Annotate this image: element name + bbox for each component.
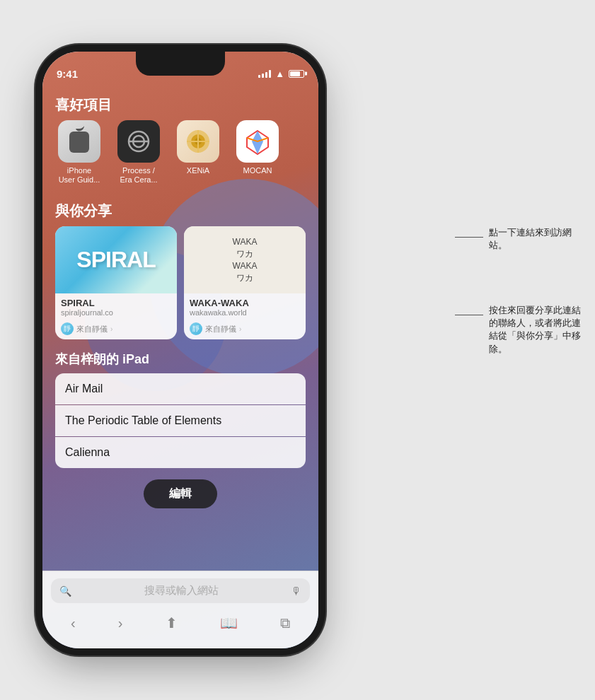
spiral-sender-avatar: 靜 [61,322,74,335]
search-bar[interactable]: 🔍 搜尋或輸入網站 🎙 [51,578,310,603]
shared-cards-row: SPIRAL SPIRAL spiraljournal.co 靜 來自靜儀 › [42,226,318,346]
waka-sender-label: 來自靜儀 [205,324,236,334]
forward-button[interactable]: › [110,612,132,634]
tab-row-periodic[interactable]: The Periodic Table of Elements [55,405,306,436]
phone-content: 喜好項目 iPhoneUser Guid... [42,87,318,648]
annotation-2-text: 按住來回覆分享此連結的聯絡人，或者將此連結從「與你分享」中移除。 [489,304,581,356]
app-item-process[interactable]: Process /Era Cera... [115,120,163,185]
waka-logo-text: WAKAワカWAKAワカ [233,236,258,284]
waka-card-sender: 靜 來自靜儀 › [184,320,306,339]
status-icons: ▲ [258,69,304,79]
status-time: 9:41 [57,68,78,80]
spiral-card-url: spiraljournal.co [61,308,171,317]
ipad-tab-list: Air Mail The Periodic Table of Elements … [42,373,318,468]
spiral-card-sender: 靜 來自靜儀 › [55,320,177,339]
annotation-1-text: 點一下連結來到訪網站。 [489,226,581,252]
scene: 9:41 ▲ 喜好項目 [0,0,595,700]
svg-rect-0 [69,132,89,153]
app-icon-mocan [236,120,279,163]
app-icon-process [117,120,160,163]
edit-button[interactable]: 編輯 [144,479,217,508]
waka-sender-avatar: 靜 [190,322,202,335]
ipad-section-title: 來自梓朗的 iPad [42,346,318,373]
waka-card-url: wakawaka.world [190,308,300,317]
app-icon-xenia [177,120,219,163]
tab-row-airmail[interactable]: Air Mail [55,373,306,404]
spiral-card-image: SPIRAL [55,226,177,293]
app-item-apple[interactable]: iPhoneUser Guid... [55,120,103,185]
shared-card-spiral[interactable]: SPIRAL SPIRAL spiraljournal.co 靜 來自靜儀 › [55,226,177,339]
notch [136,52,225,76]
app-item-xenia[interactable]: XENiA [174,120,222,185]
annotation-1: 點一下連結來到訪網站。 [455,226,581,252]
annotation-2: 按住來回覆分享此連結的聯絡人，或者將此連結從「與你分享」中移除。 [455,304,581,356]
shared-title: 與你分享 [42,193,318,226]
waka-card-image: WAKAワカWAKAワカ [184,226,306,293]
spiral-card-info: SPIRAL spiraljournal.co [55,293,177,320]
app-label-mocan: MOCAN [243,166,272,175]
spiral-img: SPIRAL [55,226,177,293]
waka-card-name: WAKA-WAKA [190,298,300,308]
waka-card-info: WAKA-WAKA wakawaka.world [184,293,306,320]
app-label-apple: iPhoneUser Guid... [59,166,100,185]
app-icon-apple [58,120,100,163]
signal-icon [258,69,271,78]
search-icon: 🔍 [59,585,71,597]
spiral-card-name: SPIRAL [61,298,171,308]
app-label-xenia: XENiA [187,166,209,175]
annotations: 點一下連結來到訪網站。 按住來回覆分享此連結的聯絡人，或者將此連結從「與你分享」… [446,0,588,700]
app-item-mocan[interactable]: MOCAN [233,120,282,185]
back-button[interactable]: ‹ [62,612,84,634]
favorites-title: 喜好項目 [42,87,318,120]
phone-frame: 9:41 ▲ 喜好項目 [42,52,318,648]
waka-sender-chevron: › [239,325,241,333]
toolbar: ‹ › ⬆ 📖 ⧉ [42,607,318,648]
spiral-sender-chevron: › [110,325,112,333]
waka-img: WAKAワカWAKAワカ [184,226,306,293]
bookmarks-button[interactable]: 📖 [212,612,246,634]
tab-row-calienna[interactable]: Calienna [55,437,306,468]
edit-btn-container: 編輯 [42,468,318,520]
spiral-sender-label: 來自靜儀 [76,324,108,334]
share-button[interactable]: ⬆ [157,612,186,634]
spiral-logo-text: SPIRAL [76,247,155,273]
search-placeholder: 搜尋或輸入網站 [77,584,285,597]
shared-card-waka[interactable]: WAKAワカWAKAワカ WAKA-WAKA wakawaka.world 靜 … [184,226,306,339]
bottom-bar: 🔍 搜尋或輸入網站 🎙 ‹ › ⬆ 📖 ⧉ [42,571,318,648]
mic-icon[interactable]: 🎙 [291,585,301,597]
wifi-icon: ▲ [275,69,284,79]
battery-icon [289,70,304,78]
tabs-button[interactable]: ⧉ [272,612,299,634]
favorites-apps-row: iPhoneUser Guid... Process /Era Cera... [42,120,318,193]
app-label-process: Process /Era Cera... [120,166,157,185]
